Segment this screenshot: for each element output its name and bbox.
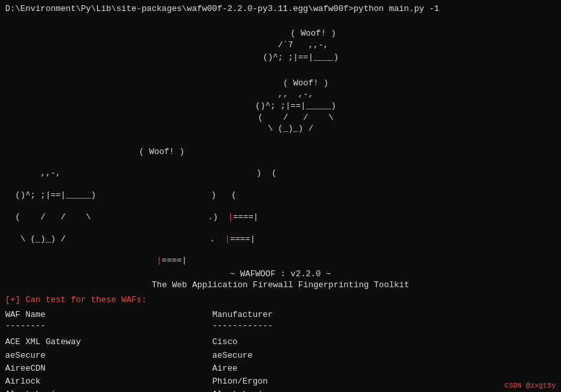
- table-divider-row: -------- ------------: [5, 321, 556, 331]
- divider-waf: --------: [5, 321, 212, 331]
- command-path: D:\Environment\Py\Lib\site-packages\wafw…: [5, 4, 556, 14]
- ascii-woof-art: ( Woof! ) ,,-, ) ( ()^; ;|==|_____) ) ( …: [5, 136, 556, 267]
- table-row: ACE XML GatewayCisco: [5, 336, 556, 349]
- col-waf-header: WAF Name: [5, 310, 212, 320]
- cell-waf-name: Alert Logic: [5, 388, 212, 392]
- table-header-row: WAF Name Manufacturer: [5, 310, 556, 320]
- cell-waf-name: aeSecure: [5, 349, 212, 362]
- table-row: aeSecureaeSecure: [5, 349, 556, 362]
- ascii-art-block: ( Woof! ) /`​7 ,,-, ()^; ;|==|____): [5, 16, 556, 75]
- table-row: Alert LogicAlert Logic: [5, 388, 556, 392]
- divider-manufacturer: ------------: [212, 321, 273, 331]
- table-rows-container: ACE XML GatewayCiscoaeSecureaeSecureAire…: [5, 336, 556, 392]
- subtitle-line: The Web Application Firewall Fingerprint…: [5, 280, 556, 290]
- waf-table: WAF Name Manufacturer -------- ---------…: [5, 310, 556, 392]
- ascii-line-bubble: ( Woof! ) /`​7 ,,-, ()^; ;|==|____): [223, 28, 338, 61]
- cell-waf-name: ACE XML Gateway: [5, 336, 212, 349]
- table-row: AireeCDNAiree: [5, 362, 556, 375]
- cell-manufacturer: Cisco: [212, 336, 237, 349]
- cell-manufacturer: Airee: [212, 362, 237, 375]
- cell-manufacturer: Alert Logic: [212, 388, 268, 392]
- cell-manufacturer: aeSecure: [212, 349, 252, 362]
- col-manufacturer-header: Manufacturer: [212, 310, 273, 320]
- cell-waf-name: AireeCDN: [5, 362, 212, 375]
- cell-waf-name: Airlock: [5, 375, 212, 388]
- table-row: AirlockPhion/Ergon: [5, 375, 556, 388]
- watermark: CSDN @zxgt5y: [505, 382, 556, 389]
- version-line: ~ WAFWOOF : v2.2.0 ~: [5, 269, 556, 279]
- terminal-window: D:\Environment\Py\Lib\site-packages\wafw…: [0, 0, 561, 392]
- section-header: [+] Can test for these WAFs:: [5, 295, 556, 305]
- ascii-full-art: ( Woof! ) ,, ,-​, ()^; ;|==|_____) ( / /…: [5, 78, 556, 135]
- cell-manufacturer: Phion/Ergon: [212, 375, 268, 388]
